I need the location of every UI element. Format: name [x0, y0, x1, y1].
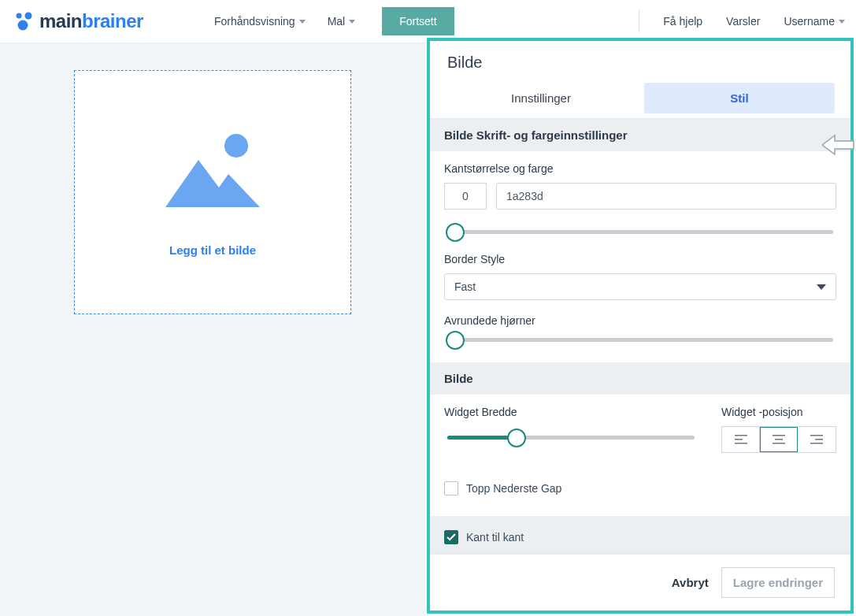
svg-rect-9	[773, 443, 785, 444]
nav-center: Forhåndsvisning Mal Fortsett	[214, 7, 454, 35]
checkbox-checked-icon	[444, 530, 458, 544]
alerts-link[interactable]: Varsler	[726, 15, 760, 28]
svg-rect-8	[775, 439, 783, 440]
add-image-dropzone[interactable]: Legg til et bilde	[74, 70, 351, 314]
svg-rect-4	[735, 435, 747, 436]
widget-position-group	[721, 426, 836, 453]
chevron-down-icon	[817, 284, 826, 290]
top-bottom-gap-checkbox[interactable]: Topp Nederste Gap	[444, 477, 836, 500]
tab-settings[interactable]: Innstillinger	[446, 83, 636, 113]
widget-width-slider[interactable]	[447, 436, 695, 440]
slider-thumb[interactable]	[446, 331, 465, 350]
border-size-slider[interactable]	[447, 230, 833, 234]
align-right-button[interactable]	[798, 427, 836, 452]
logo-icon	[13, 11, 35, 32]
svg-rect-11	[815, 439, 823, 440]
logo[interactable]: mainbrainer	[13, 10, 143, 32]
continue-button[interactable]: Fortsett	[382, 7, 454, 35]
align-left-icon	[735, 435, 747, 444]
section-font-color: Bilde Skrift- og fargeinnstillinger	[430, 119, 850, 151]
tab-style[interactable]: Stil	[644, 83, 835, 113]
widget-position-label: Widget -posisjon	[721, 406, 836, 418]
svg-rect-12	[810, 443, 823, 444]
border-color-input[interactable]	[496, 183, 836, 210]
svg-rect-6	[735, 443, 747, 444]
panel-tabs: Innstillinger Stil	[430, 83, 850, 119]
checkbox-icon	[444, 481, 458, 495]
panel-body: Bilde Skrift- og fargeinnstillinger Kant…	[430, 119, 850, 554]
edge-to-edge-checkbox[interactable]: Kant til kant	[444, 525, 836, 549]
chevron-down-icon	[349, 20, 355, 24]
style-panel: Bilde Innstillinger Stil Bilde Skrift- o…	[427, 38, 854, 614]
svg-point-2	[18, 20, 28, 31]
divider	[639, 10, 639, 32]
svg-point-1	[25, 13, 32, 20]
add-image-label: Legg til et bilde	[169, 243, 256, 257]
svg-point-0	[17, 13, 22, 19]
slider-thumb[interactable]	[446, 223, 465, 242]
border-size-input[interactable]	[444, 183, 487, 210]
align-center-icon	[773, 435, 785, 444]
help-link[interactable]: Få hjelp	[663, 15, 702, 28]
svg-rect-5	[735, 439, 743, 440]
rounded-corners-label: Avrundede hjørner	[444, 314, 836, 327]
panel-title: Bilde	[430, 41, 850, 83]
section-image: Bilde	[430, 362, 850, 395]
cancel-button[interactable]: Avbryt	[672, 576, 709, 589]
align-left-button[interactable]	[722, 427, 760, 452]
svg-rect-10	[810, 435, 823, 436]
topbar: mainbrainer Forhåndsvisning Mal Fortsett…	[0, 0, 856, 43]
nav-right: Få hjelp Varsler Username	[639, 10, 845, 32]
align-right-icon	[810, 435, 823, 444]
panel-footer: Avbryt Lagre endringer	[430, 554, 850, 610]
border-style-select[interactable]: Fast	[444, 273, 836, 300]
logo-text: mainbrainer	[39, 10, 143, 32]
align-center-button[interactable]	[760, 427, 798, 452]
preview-dropdown[interactable]: Forhåndsvisning	[214, 15, 306, 28]
rounded-corners-slider[interactable]	[447, 338, 833, 342]
username-dropdown[interactable]: Username	[784, 15, 845, 28]
template-dropdown[interactable]: Mal	[328, 15, 356, 28]
chevron-down-icon	[839, 20, 845, 24]
chevron-down-icon	[299, 20, 306, 24]
slider-thumb[interactable]	[507, 429, 526, 447]
border-size-color-label: Kantstørrelse og farge	[444, 162, 836, 175]
svg-rect-7	[773, 435, 785, 436]
save-button[interactable]: Lagre endringer	[721, 567, 835, 598]
canvas-area: Legg til et bilde	[0, 43, 425, 616]
border-style-label: Border Style	[444, 253, 836, 265]
svg-point-3	[224, 134, 248, 158]
widget-width-label: Widget Bredde	[444, 406, 698, 418]
image-placeholder-icon	[157, 128, 268, 215]
